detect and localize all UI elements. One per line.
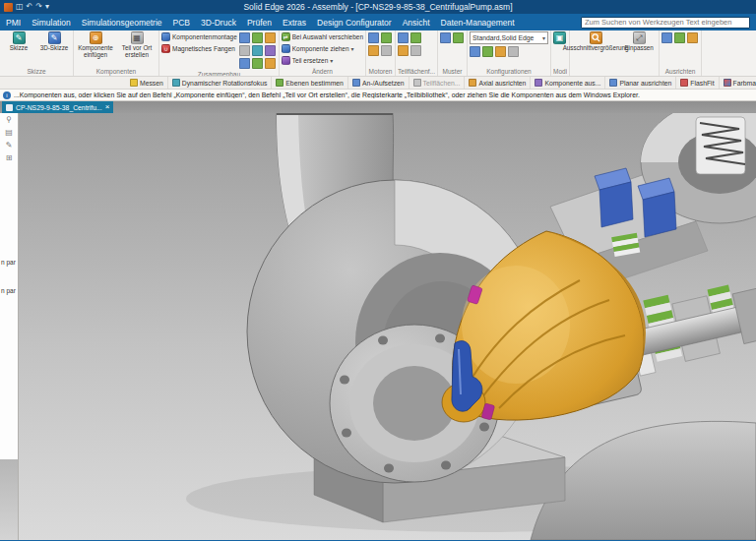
pin-icon[interactable]: ⚲ [6,115,12,124]
fit-button[interactable]: ⤢ Einpassen [621,31,657,52]
face-color-icon [413,79,421,87]
menu-item-extras[interactable]: Extras [283,18,306,28]
menu-item-pcb[interactable]: PCB [173,18,190,28]
relation-tool-icon[interactable] [252,58,263,69]
assemble-component-button[interactable]: Komponentenmontage [161,31,237,42]
dynamic-rotation-focus-button[interactable]: Dynamischer Rotationsfokus [168,77,273,89]
ribbon-group-konfigurationen: Standard,Solid Edge ▾ Konfigurationen [468,30,551,76]
configuration-select[interactable]: Standard,Solid Edge ▾ [470,31,548,44]
measure-button[interactable]: Messen [126,77,168,89]
pump-model[interactable] [19,113,756,540]
color-manager-icon [724,79,731,87]
relation-tool-icon[interactable] [265,32,276,43]
relation-tool-icon[interactable] [239,58,250,69]
replace-part-icon [282,56,290,65]
configuration-tool-icon[interactable] [508,46,519,57]
flashfit-icon [680,79,688,87]
assemble-component-icon [161,32,170,41]
axial-align-button[interactable]: Axial ausrichten [465,77,531,89]
component-from-button[interactable]: Komponente aus... [531,77,605,89]
ribbon-group-aendern: ⇄ Bei Auswahl verschieben Komponente zie… [280,30,366,76]
edit-icon[interactable]: ✎ [6,141,13,150]
sketch-3d-button[interactable]: ✎ 3D-Skizze [37,31,71,52]
menu-item-daten-management[interactable]: Daten-Management [441,18,515,28]
pathfinder-item[interactable]: n par [0,287,16,294]
face-color-tool-icon[interactable] [398,32,409,43]
group-label-komponenten: Komponenten [76,67,157,76]
configuration-tool-icon[interactable] [482,46,493,57]
menu-item-simulationsgeometrie[interactable]: Simulationsgeometrie [82,18,162,28]
relation-tool-icon[interactable] [252,45,263,56]
group-label-motoren: Motoren [368,67,393,76]
redo-icon[interactable]: ↷ [35,2,42,12]
list-icon[interactable]: ▤ [5,128,13,137]
relation-tool-icon[interactable] [252,32,263,43]
pattern-tool-icon[interactable] [453,32,464,43]
relation-tools-grid [239,31,277,70]
group-label-teilflaeche: Teilflächenf... [398,67,435,76]
planar-align-button[interactable]: Planar ausrichten [605,77,676,89]
align-tool-icon[interactable] [687,32,698,43]
define-planes-button[interactable]: Ebenen bestimmen [272,77,348,89]
sketch-icon: ✎ [13,31,26,44]
viewport-3d[interactable] [19,113,756,540]
configuration-tool-icon[interactable] [495,46,506,57]
menu-item-ansicht[interactable]: Ansicht [403,18,430,28]
spring[interactable] [696,117,745,174]
group-label-view [572,74,657,76]
quick-access-dropdown-icon[interactable]: ▾ [45,2,49,12]
motor-tool-icon[interactable] [368,45,379,56]
relation-tool-icon[interactable] [239,45,250,56]
face-color-tool-icon[interactable] [398,45,409,56]
insert-component-button[interactable]: ⊕ Komponente einfügen [76,31,115,59]
relation-tool-icon[interactable] [239,32,250,43]
tool-search-input[interactable] [581,17,750,29]
ribbon-group-skizze: ✎ Skizze ✎ 3D-Skizze Skizze [0,30,74,76]
pathfinder-panel[interactable]: ⚲ ▤ ✎ ⊞ n par n par [0,113,19,459]
zoom-area-button[interactable]: Ausschnittvergrößerung [572,31,619,52]
save-icon[interactable]: ◫ [16,2,24,12]
sketch-button[interactable]: ✎ Skizze [2,31,35,52]
relation-tool-icon[interactable] [265,45,276,56]
configuration-value: Standard,Solid Edge [472,34,534,41]
sketch-3d-icon: ✎ [48,31,61,44]
replace-part-button[interactable]: Teil ersetzen ▾ [282,55,363,66]
motor-tool-icon[interactable] [381,45,392,56]
create-in-place-button[interactable]: ▦ Teil vor Ort erstellen [117,31,157,59]
group-label-ausrichten: Ausrichten [662,67,699,76]
align-tool-icon[interactable] [662,32,672,43]
menu-item-design-configurator[interactable]: Design Configurator [317,18,392,28]
motor-tool-icon[interactable] [381,32,392,43]
menu-item-simulation[interactable]: Simulation [32,18,71,28]
mate-icon [352,79,360,87]
ribbon: ✎ Skizze ✎ 3D-Skizze Skizze ⊕ Komponente… [0,30,756,77]
close-tab-icon[interactable]: × [105,103,110,111]
left-filler [0,459,19,540]
face-color-tool-icon[interactable] [410,32,421,43]
app-icon[interactable] [4,3,13,12]
configuration-tool-icon[interactable] [470,46,480,57]
color-manager-button[interactable]: Farbmanager [720,77,756,89]
menu-item-3d-druck[interactable]: 3D-Druck [201,18,236,28]
menu-item-pmi[interactable]: PMI [6,18,21,28]
menu-item-pruefen[interactable]: Prüfen [247,18,272,28]
prompt-text: ...Komponenten aus, oder klicken Sie auf… [14,91,640,98]
move-on-select-button[interactable]: ⇄ Bei Auswahl verschieben [282,31,363,42]
motor-tool-icon[interactable] [368,32,379,43]
face-color-button[interactable]: Teilflächen... [410,77,466,89]
chevron-down-icon: ▾ [330,57,333,64]
relation-tool-icon[interactable] [265,58,276,69]
zoom-area-icon [590,31,602,44]
pattern-tool-icon[interactable] [440,32,451,43]
pathfinder-item[interactable]: n par [0,259,16,266]
flashfit-button[interactable]: FlashFit [676,77,719,89]
align-tool-icon[interactable] [674,32,685,43]
mate-button[interactable]: An-/Aufsetzen [348,77,410,89]
add-icon[interactable]: ⊞ [6,153,13,162]
drag-component-button[interactable]: Komponente ziehen ▾ [282,43,363,54]
document-tab[interactable]: CP-NS29-9-85-38_Centrifu... × [2,101,113,113]
face-color-tool-icon[interactable] [410,45,421,56]
mode-icon[interactable]: ▣ [553,31,566,44]
magnetic-snap-button[interactable]: ∪ Magnetisches Fangen [161,43,237,54]
undo-icon[interactable]: ↶ [27,2,33,12]
